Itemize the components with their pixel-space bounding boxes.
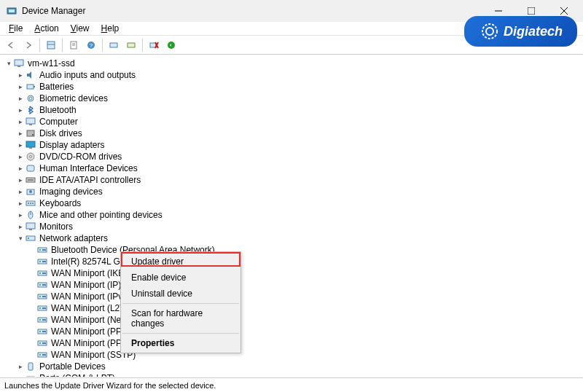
expand-icon[interactable]: ▸ (16, 82, 25, 91)
svg-rect-41 (28, 203, 29, 204)
root-node[interactable]: ▾ vm-w11-ssd (1, 58, 582, 69)
cm-scan-hardware[interactable]: Scan for hardware changes (122, 305, 239, 332)
menu-file[interactable]: File (3, 22, 28, 35)
device-tree[interactable]: ▾ vm-w11-ssd ▸ Audio inputs and outputs … (0, 55, 583, 377)
category-label: Display adapters (39, 140, 104, 150)
expand-icon[interactable]: ▸ (16, 129, 25, 138)
svg-point-63 (39, 296, 41, 297)
help-button[interactable]: ? (83, 37, 99, 53)
svg-point-72 (39, 331, 41, 332)
back-button[interactable] (3, 37, 19, 53)
cm-enable-device[interactable]: Enable device (122, 270, 239, 286)
category-label: Bluetooth (39, 105, 77, 115)
mouse-icon (25, 210, 36, 220)
computer-icon (13, 58, 25, 68)
svg-rect-70 (42, 319, 46, 321)
uninstall-button[interactable] (146, 37, 162, 53)
category-label: Human Interface Devices (39, 163, 138, 173)
svg-rect-32 (29, 147, 32, 149)
svg-point-75 (39, 342, 41, 344)
statusbar: Launches the Update Driver Wizard for th… (0, 377, 583, 392)
svg-text:?: ? (90, 42, 93, 49)
device-node[interactable]: ▸ Bluetooth Device (Personal Area Networ… (1, 244, 582, 256)
svg-rect-47 (29, 229, 32, 230)
device-node[interactable]: ▸ WAN Miniport (PPTP) (1, 337, 582, 349)
cm-properties[interactable]: Properties (122, 335, 239, 351)
category-label: Audio inputs and outputs (39, 70, 136, 80)
expand-icon[interactable]: ▸ (16, 152, 25, 161)
svg-rect-37 (28, 179, 34, 181)
expand-icon[interactable]: ▸ (16, 106, 25, 114)
expand-icon[interactable]: ▸ (16, 94, 25, 103)
category-node[interactable]: ▸ Portable Devices (1, 361, 582, 372)
expand-icon[interactable]: ▸ (16, 176, 25, 184)
app-icon (6, 5, 17, 17)
disk-icon (25, 128, 36, 138)
cm-separator (122, 333, 239, 334)
device-node[interactable]: ▸ WAN Miniport (L2TP) (1, 302, 582, 314)
expand-icon[interactable]: ▸ (16, 199, 25, 208)
expand-icon[interactable]: ▸ (16, 164, 25, 173)
imaging-icon (25, 187, 36, 197)
category-node[interactable]: ▸ Keyboards (1, 197, 582, 209)
expand-icon[interactable]: ▸ (16, 222, 25, 231)
properties-button[interactable] (66, 37, 82, 53)
expand-icon[interactable]: ▸ (16, 141, 25, 149)
expand-icon[interactable]: ▸ (16, 187, 25, 196)
expand-icon[interactable]: ▸ (16, 374, 25, 377)
category-label: Keyboards (39, 198, 81, 208)
category-node[interactable]: ▸ Batteries (1, 81, 582, 93)
collapse-icon[interactable]: ▾ (16, 234, 25, 243)
device-node[interactable]: ▸ WAN Miniport (SSTP) (1, 349, 582, 361)
cm-uninstall-device[interactable]: Uninstall device (122, 286, 239, 302)
enable-button[interactable] (163, 37, 179, 53)
ide-icon (25, 175, 36, 185)
svg-point-69 (39, 319, 41, 321)
svg-rect-73 (42, 331, 46, 332)
svg-point-7 (486, 28, 493, 35)
device-node[interactable]: ▸ WAN Miniport (PPPOE) (1, 326, 582, 337)
forward-button[interactable] (20, 37, 36, 53)
category-node[interactable]: ▸ IDE ATA/ATAPI controllers (1, 174, 582, 186)
watermark-text: Digiatech (504, 24, 563, 39)
device-node[interactable]: ▸ WAN Miniport (IKEv2) (1, 267, 582, 279)
menu-view[interactable]: View (65, 22, 95, 35)
device-label: WAN Miniport (IPv6) (51, 291, 130, 302)
menu-action[interactable]: Action (28, 22, 64, 35)
category-node[interactable]: ▸ Disk drives (1, 128, 582, 139)
scan-button[interactable] (106, 37, 122, 53)
category-node[interactable]: ▸ Mice and other pointing devices (1, 209, 582, 221)
network-adapter-icon (36, 291, 48, 302)
menu-help[interactable]: Help (95, 22, 125, 35)
category-node[interactable]: ▸ Human Interface Devices (1, 162, 582, 174)
expand-icon[interactable]: ▸ (16, 211, 25, 219)
category-node[interactable]: ▸ Display adapters (1, 139, 582, 151)
category-node[interactable]: ▸ Biometric devices (1, 93, 582, 104)
category-node[interactable]: ▸ DVD/CD-ROM drives (1, 151, 582, 162)
category-label: Monitors (39, 222, 73, 232)
device-label: WAN Miniport (IP) (51, 280, 121, 290)
cm-update-driver[interactable]: Update driver (122, 254, 239, 270)
category-node[interactable]: ▸ Bluetooth (1, 104, 582, 116)
expand-icon[interactable]: ▸ (16, 71, 25, 79)
svg-rect-16 (128, 43, 135, 47)
update-driver-button[interactable] (123, 37, 139, 53)
expand-icon[interactable]: ▸ (16, 362, 25, 371)
category-node[interactable]: ▸ Monitors (1, 221, 582, 232)
category-node[interactable]: ▸ Ports (COM & LPT) (1, 372, 582, 377)
show-hide-button[interactable] (43, 37, 59, 53)
network-label: Network adapters (39, 233, 108, 243)
expand-icon[interactable]: ▸ (16, 117, 25, 126)
device-node[interactable]: ▸ Intel(R) 82574L Gigabit Netw (1, 256, 582, 267)
category-node[interactable]: ▸ Audio inputs and outputs (1, 69, 582, 81)
svg-rect-23 (27, 85, 34, 89)
svg-rect-3 (528, 7, 535, 15)
device-node[interactable]: ▸ WAN Miniport (IPv6) (1, 291, 582, 302)
category-label: Biometric devices (39, 93, 108, 103)
device-node[interactable]: ▸ WAN Miniport (Network M (1, 314, 582, 326)
network-adapters-node[interactable]: ▾ Network adapters (1, 232, 582, 244)
category-node[interactable]: ▸ Imaging devices (1, 186, 582, 197)
collapse-icon[interactable]: ▾ (4, 59, 13, 68)
category-node[interactable]: ▸ Computer (1, 116, 582, 128)
device-node[interactable]: ▸ WAN Miniport (IP) (1, 279, 582, 291)
